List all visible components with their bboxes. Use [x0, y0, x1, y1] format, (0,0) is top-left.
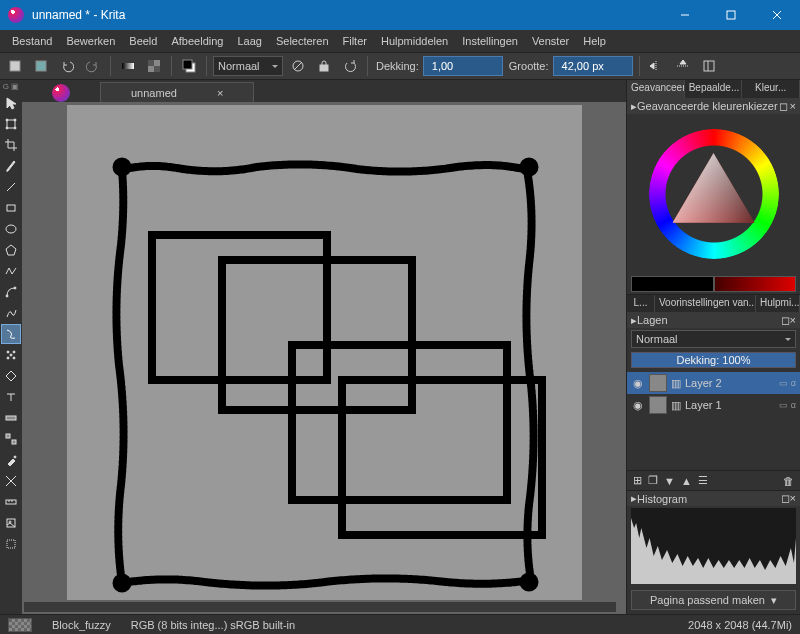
close-tab-icon[interactable]: ×: [217, 87, 223, 99]
opacity-field[interactable]: 1,00: [423, 56, 503, 76]
svg-rect-6: [122, 63, 134, 69]
size-field[interactable]: 42,00 px: [553, 56, 633, 76]
layer-row[interactable]: ◉ ▥ Layer 1 ▭ α: [627, 394, 800, 416]
tool-gradient-edit[interactable]: [1, 408, 21, 428]
status-swatch-icon[interactable]: [8, 618, 32, 632]
canvas[interactable]: [67, 105, 582, 600]
pattern-icon[interactable]: [143, 55, 165, 77]
right-docker: Geavanceerde... Bepaalde... Kleur... ▸Ge…: [626, 80, 800, 614]
tool-edit-shapes[interactable]: [1, 366, 21, 386]
undo-icon[interactable]: [56, 55, 78, 77]
menu-filter[interactable]: Filter: [337, 33, 373, 49]
tool-polygon[interactable]: [1, 240, 21, 260]
tool-brush[interactable]: [1, 156, 21, 176]
delete-layer-icon[interactable]: 🗑: [783, 475, 794, 487]
svg-line-13: [294, 62, 302, 70]
duplicate-layer-icon[interactable]: ❐: [648, 474, 658, 487]
menu-selecteren[interactable]: Selecteren: [270, 33, 335, 49]
krita-logo-icon[interactable]: [52, 84, 70, 102]
menu-beeld[interactable]: Beeld: [123, 33, 163, 49]
move-up-icon[interactable]: ▲: [681, 475, 692, 487]
tool-assistant[interactable]: [1, 471, 21, 491]
blendmode-combo[interactable]: Normaal: [213, 56, 283, 76]
float-panel-icon[interactable]: ◻: [779, 100, 788, 113]
move-down-icon[interactable]: ▼: [664, 475, 675, 487]
tool-line[interactable]: [1, 177, 21, 197]
svg-rect-14: [320, 65, 328, 71]
h-scrollbar[interactable]: [24, 602, 616, 612]
toolbox-handle[interactable]: G ▣: [3, 82, 19, 92]
tool-measure[interactable]: [1, 492, 21, 512]
tool-reference[interactable]: [1, 513, 21, 533]
save-icon[interactable]: [30, 55, 52, 77]
menu-help[interactable]: Help: [577, 33, 612, 49]
new-icon[interactable]: [4, 55, 26, 77]
blendmode-erase-icon[interactable]: [287, 55, 309, 77]
layer-name[interactable]: Layer 2: [685, 377, 722, 389]
close-panel-icon[interactable]: ×: [790, 100, 796, 113]
color-panel-header: ▸Geavanceerde kleurenkiezer ◻×: [627, 98, 800, 114]
close-layers-icon[interactable]: ×: [790, 314, 796, 326]
close-button[interactable]: [754, 0, 800, 30]
menu-venster[interactable]: Venster: [526, 33, 575, 49]
tab-tools[interactable]: Hulpmi...: [756, 295, 800, 312]
workspace-icon[interactable]: [698, 55, 720, 77]
main-toolbar: Normaal Dekking: 1,00 Grootte: 42,00 px: [0, 52, 800, 80]
tool-transform[interactable]: [1, 114, 21, 134]
redo-icon[interactable]: [82, 55, 104, 77]
tool-rectangle[interactable]: [1, 198, 21, 218]
tab-specific-color[interactable]: Bepaalde...: [685, 80, 743, 98]
menu-bestand[interactable]: Bestand: [6, 33, 58, 49]
tab-layers-short[interactable]: L...: [627, 295, 655, 312]
menu-instellingen[interactable]: Instellingen: [456, 33, 524, 49]
fit-page-button[interactable]: Pagina passend maken▾: [631, 590, 796, 610]
reload-preset-icon[interactable]: [339, 55, 361, 77]
visibility-icon[interactable]: ◉: [631, 399, 645, 412]
fgbg-colors-icon[interactable]: [178, 55, 200, 77]
layer-row[interactable]: ◉ ▥ Layer 2 ▭ α: [627, 372, 800, 394]
minimize-button[interactable]: [662, 0, 708, 30]
tab-advanced-color[interactable]: Geavanceerde...: [627, 80, 685, 98]
tool-bezier[interactable]: [1, 282, 21, 302]
layer-name[interactable]: Layer 1: [685, 399, 722, 411]
canvas-area[interactable]: [22, 102, 626, 602]
layer-opacity-slider[interactable]: Dekking: 100%: [631, 352, 796, 368]
add-layer-icon[interactable]: ⊞: [633, 474, 642, 487]
float-layers-icon[interactable]: ◻: [781, 314, 790, 326]
tab-color[interactable]: Kleur...: [742, 80, 800, 98]
tool-ellipse[interactable]: [1, 219, 21, 239]
tool-move[interactable]: [1, 93, 21, 113]
tool-crop[interactable]: [1, 135, 21, 155]
alpha-lock-icon[interactable]: [313, 55, 335, 77]
float-histo-icon[interactable]: ◻: [781, 492, 790, 504]
mirror-v-icon[interactable]: [672, 55, 694, 77]
mirror-h-icon[interactable]: [646, 55, 668, 77]
tool-pattern-edit[interactable]: [1, 429, 21, 449]
tool-text[interactable]: [1, 387, 21, 407]
close-histo-icon[interactable]: ×: [790, 492, 796, 504]
color-history[interactable]: [631, 276, 796, 292]
tab-presets[interactable]: Voorinstellingen van...: [655, 295, 756, 312]
tool-freehand-path[interactable]: [1, 303, 21, 323]
svg-rect-34: [12, 440, 16, 444]
visibility-icon[interactable]: ◉: [631, 377, 645, 390]
svg-point-28: [7, 351, 9, 353]
layer-group-icon: ▥: [671, 399, 681, 412]
tool-select-rect[interactable]: [1, 534, 21, 554]
maximize-button[interactable]: [708, 0, 754, 30]
gradient-icon[interactable]: [117, 55, 139, 77]
layer-blendmode-combo[interactable]: Normaal: [631, 330, 796, 348]
tool-polyline[interactable]: [1, 261, 21, 281]
tool-multibrush[interactable]: [1, 345, 21, 365]
menu-bewerken[interactable]: Bewerken: [60, 33, 121, 49]
layer-properties-icon[interactable]: ☰: [698, 474, 708, 487]
tool-smart-fill[interactable]: [1, 450, 21, 470]
window-title: unnamed * - Krita: [32, 8, 662, 22]
menu-afbeelding[interactable]: Afbeelding: [165, 33, 229, 49]
menu-hulpmiddelen[interactable]: Hulpmiddelen: [375, 33, 454, 49]
document-tab[interactable]: unnamed ×: [100, 82, 254, 102]
color-wheel[interactable]: [627, 114, 800, 274]
opacity-label: Dekking:: [376, 60, 419, 72]
menu-laag[interactable]: Laag: [231, 33, 267, 49]
tool-dynamic-brush[interactable]: [1, 324, 21, 344]
